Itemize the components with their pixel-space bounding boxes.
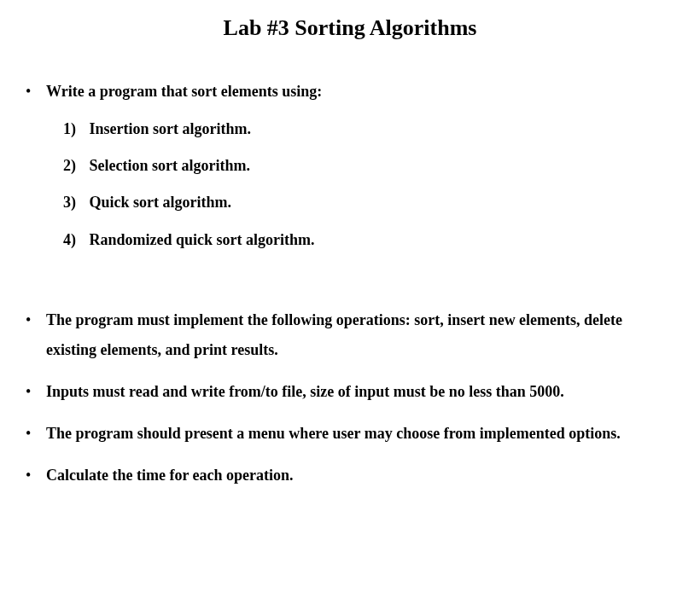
bullet-text: Calculate the time for each operation. <box>46 467 294 484</box>
bullet-text: The program should present a menu where … <box>46 425 621 442</box>
bullet-text: The program must implement the following… <box>46 311 622 358</box>
sub-item-randomized-quick: 4) Randomized quick sort algorithm. <box>63 229 676 251</box>
bullet-text: Write a program that sort elements using… <box>46 83 322 100</box>
bullet-item-write-program: Write a program that sort elements using… <box>24 77 676 293</box>
bullet-item-operations: The program must implement the following… <box>24 305 676 365</box>
bullet-item-file-io: Inputs must read and write from/to file,… <box>24 377 676 407</box>
sub-item-number: 3) <box>63 192 85 213</box>
bullet-text: Inputs must read and write from/to file,… <box>46 383 564 400</box>
sub-item-insertion: 1) Insertion sort algorithm. <box>63 119 676 140</box>
sub-item-text: Randomized quick sort algorithm. <box>90 231 315 248</box>
sub-item-number: 1) <box>63 119 85 140</box>
sub-item-text: Selection sort algorithm. <box>90 157 250 174</box>
main-bullet-list: Write a program that sort elements using… <box>24 77 676 490</box>
sub-item-number: 4) <box>63 229 85 251</box>
sub-item-number: 2) <box>63 155 85 177</box>
sub-item-selection: 2) Selection sort algorithm. <box>63 155 676 177</box>
page-title: Lab #3 Sorting Algorithms <box>24 15 676 41</box>
algorithm-sub-list: 1) Insertion sort algorithm. 2) Selectio… <box>46 119 676 251</box>
bullet-item-menu: The program should present a menu where … <box>24 419 676 449</box>
sub-item-text: Quick sort algorithm. <box>90 194 232 211</box>
sub-item-text: Insertion sort algorithm. <box>90 120 251 137</box>
bullet-item-timing: Calculate the time for each operation. <box>24 461 676 490</box>
sub-item-quick: 3) Quick sort algorithm. <box>63 192 676 213</box>
spacer <box>46 266 676 293</box>
